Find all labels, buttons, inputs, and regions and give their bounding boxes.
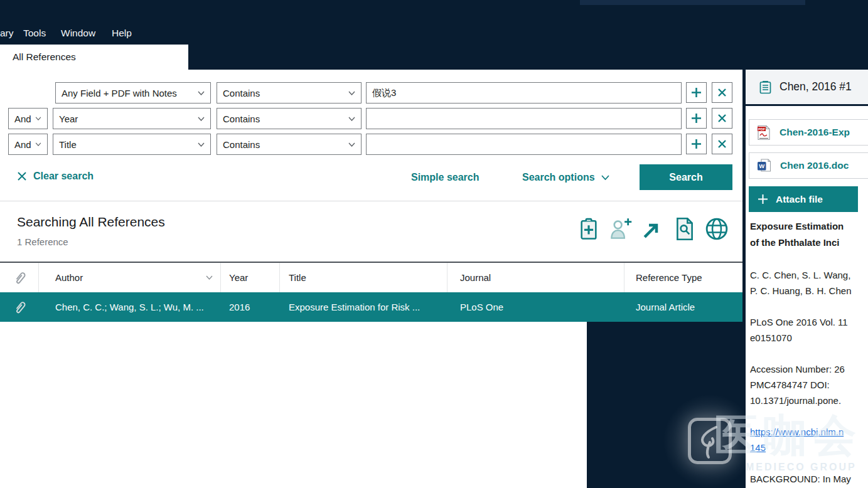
reference-title-line: Exposure Estimation	[750, 218, 844, 235]
boolean-select-row2[interactable]: And	[8, 108, 48, 129]
attach-file-button[interactable]: Attach file	[749, 186, 858, 212]
boolean-select-row3[interactable]: And	[8, 134, 48, 155]
reference-ids-line: 10.1371/journal.pone.	[750, 393, 841, 408]
column-label: Year	[229, 272, 248, 283]
field-select-row1[interactable]: Any Field + PDF with Notes	[55, 82, 211, 103]
clear-search-button[interactable]: Clear search	[17, 171, 94, 182]
reference-journal-line: PLoS One 2016 Vol. 11	[750, 314, 848, 330]
attachment-file-name: Chen 2016.doc	[780, 160, 849, 171]
menu-item-help[interactable]: Help	[112, 28, 132, 39]
menu-item-window[interactable]: Window	[61, 28, 95, 39]
search-term-input-row3[interactable]	[366, 134, 682, 155]
add-search-row-button[interactable]	[686, 134, 707, 154]
simple-search-label: Simple search	[411, 172, 480, 183]
search-options-dropdown[interactable]: Search options	[522, 172, 609, 183]
clear-search-label: Clear search	[33, 171, 94, 182]
attachment-column-header[interactable]	[0, 263, 39, 292]
app-titlebar: ary Tools Window Help All References	[0, 0, 868, 70]
paperclip-icon	[13, 300, 26, 314]
plus-icon	[691, 139, 702, 149]
chevron-down-icon	[198, 117, 205, 121]
clipboard-add-icon[interactable]	[577, 216, 601, 241]
menu-item-tools[interactable]: Tools	[23, 28, 46, 39]
field-select-row2[interactable]: Year	[53, 108, 211, 129]
boolean-select-value: And	[14, 114, 31, 124]
reference-row-selected[interactable]: Chen, C. C.; Wang, S. L.; Wu, M. ... 201…	[0, 292, 742, 322]
attachment-word[interactable]: W Chen 2016.doc	[749, 152, 868, 179]
search-options-label: Search options	[522, 172, 595, 183]
search-term-field[interactable]	[372, 139, 675, 150]
menu-item-library[interactable]: ary	[0, 28, 14, 39]
svg-text:W: W	[759, 162, 764, 169]
search-term-input-row1[interactable]	[366, 82, 682, 103]
column-label: Title	[289, 272, 306, 283]
column-header-author[interactable]: Author	[39, 263, 221, 292]
globe-icon[interactable]	[705, 216, 729, 241]
operator-select-value: Contains	[223, 88, 260, 98]
attachment-pdf[interactable]: PDF Chen-2016-Exp	[749, 119, 868, 146]
column-header-title[interactable]: Title	[280, 263, 447, 292]
tab-all-references[interactable]: All References	[0, 45, 188, 70]
add-person-icon[interactable]	[609, 216, 633, 241]
reference-abstract-line: BACKGROUND: In May	[750, 471, 851, 487]
operator-select-value: Contains	[223, 114, 260, 124]
reference-title-line: of the Phthalate Inci	[750, 235, 840, 251]
reference-clipboard-icon	[759, 80, 771, 94]
detail-panel-header: Chen, 2016 #1	[746, 70, 868, 106]
paperclip-icon	[13, 271, 26, 285]
reference-authors-line: C. C. Chen, S. L. Wang,	[750, 267, 850, 283]
title-cell: Exposure Estimation for Risk ...	[280, 292, 447, 322]
remove-search-row-button[interactable]	[712, 108, 732, 129]
column-label: Author	[55, 272, 83, 283]
search-term-input-row2[interactable]	[366, 108, 682, 129]
operator-select-row2[interactable]: Contains	[217, 108, 362, 129]
add-search-row-button[interactable]	[686, 82, 707, 103]
search-term-field[interactable]	[372, 114, 675, 124]
title-value: Exposure Estimation for Risk ...	[289, 302, 420, 312]
svg-text:PDF: PDF	[758, 127, 766, 130]
column-label: Reference Type	[636, 272, 702, 283]
close-icon	[717, 88, 727, 97]
chevron-down-icon	[348, 91, 355, 95]
chevron-down-icon	[206, 275, 213, 280]
operator-select-row3[interactable]: Contains	[217, 134, 362, 155]
reference-url-link[interactable]: 145	[750, 440, 766, 455]
detail-panel-title: Chen, 2016 #1	[780, 80, 852, 93]
column-header-year[interactable]: Year	[221, 263, 280, 292]
results-count: 1 Reference	[17, 236, 68, 247]
chevron-down-icon	[35, 117, 41, 120]
titlebar-accent	[580, 0, 805, 5]
results-header: Searching All References 1 Reference	[0, 201, 742, 263]
results-toolbar	[577, 216, 729, 241]
attach-file-label: Attach file	[776, 194, 823, 205]
find-fulltext-icon[interactable]	[673, 216, 697, 241]
operator-select-value: Contains	[223, 139, 260, 150]
reference-type-value: Journal Article	[636, 302, 695, 312]
app-background-region	[587, 322, 742, 488]
remove-search-row-button[interactable]	[712, 82, 732, 103]
plus-icon	[691, 113, 702, 124]
boolean-select-value: And	[14, 139, 31, 150]
simple-search-link[interactable]: Simple search	[411, 172, 480, 183]
column-header-journal[interactable]: Journal	[447, 263, 624, 292]
remove-search-row-button[interactable]	[712, 134, 732, 154]
reference-journal-line: e0151070	[750, 330, 792, 346]
reference-url-link[interactable]: https://www.ncbi.nlm.n	[750, 424, 844, 440]
year-cell: 2016	[221, 292, 280, 322]
operator-select-row1[interactable]: Contains	[217, 82, 362, 103]
field-select-value: Year	[59, 114, 78, 124]
field-select-value: Title	[59, 139, 77, 150]
column-header-reference-type[interactable]: Reference Type	[624, 263, 742, 292]
tab-label: All References	[13, 51, 76, 63]
field-select-row3[interactable]: Title	[53, 134, 211, 155]
search-button[interactable]: Search	[640, 164, 732, 190]
search-term-field[interactable]	[372, 88, 675, 98]
close-icon	[717, 114, 727, 123]
share-arrow-icon[interactable]	[641, 216, 665, 241]
clear-x-icon	[17, 171, 27, 181]
chevron-down-icon	[198, 91, 205, 95]
add-search-row-button[interactable]	[686, 108, 707, 129]
chevron-down-icon	[35, 142, 41, 146]
reference-type-cell: Journal Article	[624, 292, 742, 322]
word-file-icon: W	[757, 158, 771, 173]
